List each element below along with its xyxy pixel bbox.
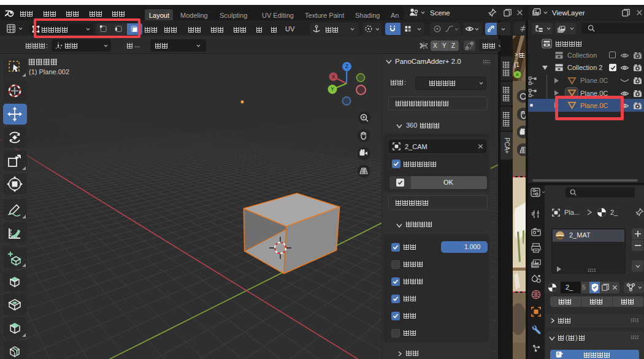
svg-text:Z: Z bbox=[345, 63, 348, 69]
svg-text:Y: Y bbox=[331, 86, 334, 92]
svg-text:X: X bbox=[332, 74, 335, 80]
